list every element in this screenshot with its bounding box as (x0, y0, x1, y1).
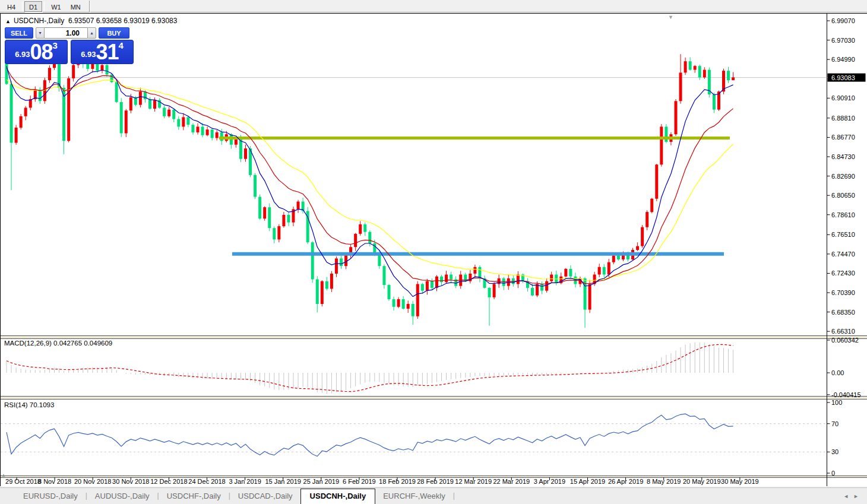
candle-body-bear (689, 61, 692, 69)
tab-eurchf-weekly[interactable]: EURCHF-,Weekly (375, 490, 453, 504)
candle-body-bull (598, 267, 601, 275)
tab-audusd-daily[interactable]: AUDUSD-,Daily (87, 490, 157, 504)
candle-body-bull (297, 202, 300, 210)
timeframe-toolbar: H4 D1 W1 MN (0, 0, 867, 13)
price-axis-label: 6.88810 (831, 115, 855, 122)
candle-body-bear (393, 299, 395, 307)
candle-body-bull (321, 281, 324, 304)
buy-price-pips: 31 (96, 42, 118, 62)
candle-body-bull (694, 66, 697, 69)
candle-body-bear (698, 66, 701, 77)
candle-body-bear (713, 94, 716, 110)
timeframe-d1-button[interactable]: D1 (24, 1, 42, 12)
candle-body-bull (645, 212, 648, 227)
candle-body-bull (263, 207, 266, 218)
rsi-axis-label: 70 (831, 420, 838, 427)
candle-body-bear (254, 175, 257, 197)
collapse-triangle-icon[interactable]: ▲ (5, 18, 11, 24)
candle-body-bear (110, 75, 113, 83)
buy-price-panel[interactable]: 6.93314 (71, 40, 134, 64)
candle-body-bull (660, 126, 663, 164)
candle-body-bear (540, 284, 543, 290)
price-axis-label: 6.68350 (831, 309, 855, 316)
candle-body-bear (106, 65, 109, 75)
candle-body-bear (388, 285, 391, 299)
timeframe-w1-button[interactable]: W1 (46, 1, 66, 12)
date-label: 15 Apr 2019 (570, 478, 605, 485)
volume-decrease-button[interactable]: ▾ (36, 27, 45, 39)
chart-background (1, 14, 867, 486)
sell-price-pips: 08 (30, 42, 52, 62)
candle-body-bull (153, 100, 156, 109)
sell-button[interactable]: SELL (5, 27, 33, 39)
candle-body-bull (517, 275, 520, 284)
candle-body-bear (120, 102, 123, 134)
candle-body-bear (287, 215, 290, 223)
tab-usdcad-daily[interactable]: USDCAD-,Daily (230, 490, 300, 504)
candle-body-bull (545, 281, 548, 291)
candle-body-bear (412, 304, 414, 316)
tab-usdchf-daily[interactable]: USDCHF-,Daily (159, 490, 229, 504)
timeframe-h4-button[interactable]: H4 (2, 1, 20, 12)
candle-body-bull (235, 139, 238, 145)
candle-body-bull (426, 281, 429, 291)
candle-body-bear (378, 255, 381, 266)
sell-price-panel[interactable]: 6.93083 (5, 40, 68, 64)
date-label: 18 Feb 2019 (379, 478, 416, 485)
chart-tabbar: EURUSD-,Daily | AUDUSD-,Daily | USDCHF-,… (0, 487, 867, 504)
candle-body-bull (330, 274, 333, 289)
candle-body-bear (10, 84, 13, 143)
candle-body-bear (239, 139, 242, 159)
candle-body-bull (359, 224, 362, 234)
price-axis-label: 6.86770 (831, 134, 855, 141)
tab-separator: | (453, 492, 455, 500)
timeframe-mn-button[interactable]: MN (66, 1, 86, 12)
sell-price-prefix: 6.93 (15, 47, 30, 62)
price-axis-label: 6.70390 (831, 289, 855, 296)
buy-price-prefix: 6.93 (81, 47, 96, 62)
candle-body-bull (335, 258, 338, 274)
price-axis-label: 6.74470 (831, 251, 855, 258)
symbol-period-label: USDCNH-,Daily (14, 17, 64, 25)
candle-body-bull (20, 116, 23, 128)
candle-body-bull (493, 284, 496, 297)
volume-increase-button[interactable]: ▴ (87, 27, 96, 39)
tab-scroll-arrows[interactable]: ◄► (843, 493, 863, 499)
volume-input[interactable] (45, 27, 87, 39)
toolbar-groove (89, 1, 90, 12)
axis-drag-handle-icon[interactable]: ▲ (1, 473, 6, 478)
candle-body-bear (488, 288, 491, 297)
current-price-value: 6.93083 (831, 74, 855, 81)
date-label: 26 Apr 2019 (608, 478, 643, 485)
candle-body-bull (607, 262, 610, 275)
candle-body-bear (569, 269, 572, 277)
candle-body-bull (48, 68, 51, 80)
candle-body-bear (268, 207, 271, 228)
price-axis-label: 6.84730 (831, 153, 855, 160)
candle-body-bull (182, 117, 185, 126)
tab-usdcnh-daily[interactable]: USDCNH-,Daily (300, 489, 376, 504)
candle-body-bear (201, 126, 204, 135)
price-axis-label: 6.90910 (831, 94, 855, 102)
rsi-indicator-label: RSI(14) 70.1093 (4, 401, 54, 408)
price-axis-label: 6.78610 (831, 211, 855, 218)
candlestick-chart[interactable]: 6.990706.970306.949906.909106.888106.867… (1, 14, 867, 486)
candle-body-bull (15, 128, 18, 143)
price-axis-label: 6.66310 (831, 328, 855, 335)
tab-eurusd-daily[interactable]: EURUSD-,Daily (15, 490, 86, 504)
macd-indicator-label: MACD(12,26,9) 0.042765 0.049609 (4, 340, 112, 347)
candle-body-bear (316, 280, 319, 305)
price-axis-label: 6.94990 (831, 56, 855, 63)
date-label: 8 May 2019 (647, 478, 681, 485)
candle-body-bear (363, 224, 366, 232)
chart-title: ▲USDCNH-,Daily 6.93507 6.93658 6.93019 6… (5, 17, 177, 25)
candle-body-bull (197, 126, 200, 132)
scroll-to-end-icon[interactable]: ▼ (668, 14, 673, 20)
date-label: 6 Feb 2019 (343, 478, 376, 485)
buy-button[interactable]: BUY (99, 27, 129, 39)
chart-frame: 6.990706.970306.949906.909106.888106.867… (0, 13, 867, 486)
tab-scroll-left-icon: ◄ (843, 493, 853, 499)
rsi-axis-label: 100 (831, 399, 842, 406)
macd-axis-label: 0.00 (831, 369, 844, 376)
candle-body-bull (24, 107, 27, 116)
